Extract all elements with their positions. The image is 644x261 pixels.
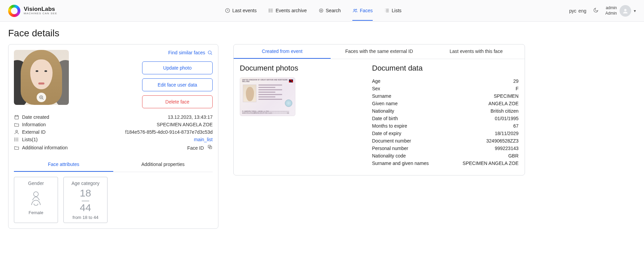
doc-data-value: 67 [513, 123, 519, 129]
subtab-additional[interactable]: Additional properties [113, 157, 213, 172]
attr-age: Age category 18 — 44 from 18 to 44 [63, 177, 108, 223]
user-menu[interactable]: admin Admin ▾ [605, 5, 636, 17]
theme-toggle[interactable] [593, 7, 599, 14]
folder-icon [14, 122, 19, 127]
tab-created-from-event[interactable]: Created from event [234, 44, 331, 59]
svg-point-4 [320, 10, 322, 11]
svg-rect-11 [15, 115, 19, 119]
copy-button[interactable] [207, 145, 213, 151]
doc-data-row: SexF [372, 85, 519, 92]
nav-faces[interactable]: Faces [352, 1, 373, 21]
doc-data-key: Age [372, 78, 380, 84]
doc-data-key: Personal number [372, 146, 408, 151]
lang-rus[interactable]: рус [569, 8, 576, 14]
doc-data-row: NationalityBritish citizen [372, 107, 519, 115]
attr-age-title: Age category [72, 181, 100, 186]
female-icon [28, 190, 43, 207]
nav-events-archive-label: Events archive [276, 8, 307, 13]
svg-point-6 [354, 9, 355, 11]
delete-face-button[interactable]: Delete face [142, 95, 213, 108]
document-data-section: Document data Age29SexFSurnameSPECIMENGi… [372, 64, 519, 167]
nav-search[interactable]: Search [318, 1, 341, 21]
delete-face-label: Delete face [165, 99, 190, 105]
doc-data-value: ANGELA ZOE [488, 101, 519, 106]
passport-text-lines [258, 85, 292, 101]
doc-data-row: Nationality codeGBR [372, 152, 519, 160]
face-details-card: Find similar faces Update photo Edit fac… [8, 44, 218, 229]
event-tabs: Created from event Faces with the same e… [234, 44, 525, 59]
update-photo-button[interactable]: Update photo [142, 61, 213, 74]
meta-date-created-label: Date created [22, 114, 49, 120]
tab-same-external-id[interactable]: Faces with the same external ID [331, 44, 428, 59]
svg-point-15 [15, 141, 15, 141]
doc-data-row: Age29 [372, 77, 519, 85]
moon-icon [593, 7, 599, 13]
page-body: Face details Find similar faces [0, 22, 644, 242]
doc-data-row: Date of expiry18/11/2029 [372, 130, 519, 137]
doc-data-key: Surname and given names [372, 161, 429, 166]
passport-mrz-2: 9992231431GBR9501012F2911183<<<<<<<<<<<<… [242, 112, 293, 114]
doc-data-row: Months to expire67 [372, 122, 519, 130]
doc-data-value: 18/11/2029 [495, 131, 519, 136]
search-icon [207, 50, 213, 55]
tab-last-events-face[interactable]: Last events with this face [428, 44, 525, 59]
nav-last-events[interactable]: Last events [225, 1, 257, 21]
doc-data-key: Surname [372, 93, 391, 99]
document-data-title: Document data [372, 64, 519, 73]
doc-data-key: Date of birth [372, 116, 398, 121]
meta-date-created: Date created 13.12.2023, 13:43:17 [14, 114, 213, 120]
nav-events-archive[interactable]: Events archive [268, 1, 307, 21]
doc-data-key: Given name [372, 101, 397, 106]
brand-logo-icon [8, 5, 20, 17]
attr-age-sub: from 18 to 44 [73, 215, 99, 220]
svg-point-7 [356, 9, 357, 10]
brand-title: VisionLabs [24, 6, 57, 13]
target-icon [318, 8, 324, 13]
doc-data-row: Personal number999223143 [372, 145, 519, 152]
app-header: VisionLabs MACHINES CAN SEE Last events … [0, 0, 644, 22]
doc-data-value: 29 [513, 78, 519, 84]
language-switch: рус eng [569, 8, 586, 14]
passport-thumbnail[interactable]: UNITED KINGDOM OF GREAT BRITAIN AND NORT… [240, 77, 295, 116]
doc-data-row: SurnameSPECIMEN [372, 92, 519, 100]
doc-data-key: Nationality [372, 108, 394, 114]
meta-lists: Lists(1) main_list [14, 137, 213, 142]
list-icon [268, 8, 274, 13]
page-title: Face details [8, 28, 636, 39]
subtab-additional-label: Additional properties [141, 162, 185, 167]
user-name-secondary: Admin [605, 11, 617, 16]
faces-icon [352, 8, 358, 13]
meta-additional-value: Face ID [187, 144, 213, 151]
face-actions: Find similar faces Update photo Edit fac… [74, 50, 213, 108]
passport-hologram-icon [285, 99, 292, 107]
brand[interactable]: VisionLabs MACHINES CAN SEE [8, 5, 57, 17]
doc-data-value: 01/01/1995 [495, 116, 519, 121]
attributes-row: Gender Female Age category 18 — [14, 172, 213, 223]
uk-flag-icon [289, 79, 293, 82]
attr-age-hi: 44 [80, 203, 91, 213]
attr-gender-title: Gender [28, 181, 44, 186]
meta-information-label: Information [22, 122, 46, 127]
attr-gender: Gender Female [14, 177, 58, 223]
tab-same-ext-label: Faces with the same external ID [345, 49, 413, 54]
find-similar-link[interactable]: Find similar faces [168, 50, 213, 55]
nav-lists[interactable]: Lists [384, 1, 402, 21]
svg-point-2 [269, 10, 269, 11]
doc-data-value: SPECIMEN ANGELA ZOE [463, 161, 519, 166]
passport-face-photo [243, 85, 256, 102]
doc-data-row: Document number324906528ZZ3 [372, 137, 519, 145]
user-names: admin Admin [605, 5, 617, 16]
subtab-attributes[interactable]: Face attributes [14, 157, 113, 172]
zoom-in-icon [39, 95, 44, 100]
meta-lists-value[interactable]: main_list [194, 137, 213, 142]
edit-face-data-button[interactable]: Edit face user data [142, 78, 213, 91]
face-subtabs: Face attributes Additional properties [14, 157, 213, 172]
zoom-button[interactable] [37, 93, 46, 102]
meta-external-id-label: External ID [22, 129, 45, 135]
tab-created-label: Created from event [262, 49, 303, 54]
lang-eng[interactable]: eng [579, 8, 586, 14]
face-top-row: Find similar faces Update photo Edit fac… [14, 50, 213, 108]
lists-icon [14, 137, 19, 142]
main-nav: Last events Events archive Search Faces … [225, 1, 402, 21]
chevron-down-icon: ▾ [634, 8, 636, 13]
